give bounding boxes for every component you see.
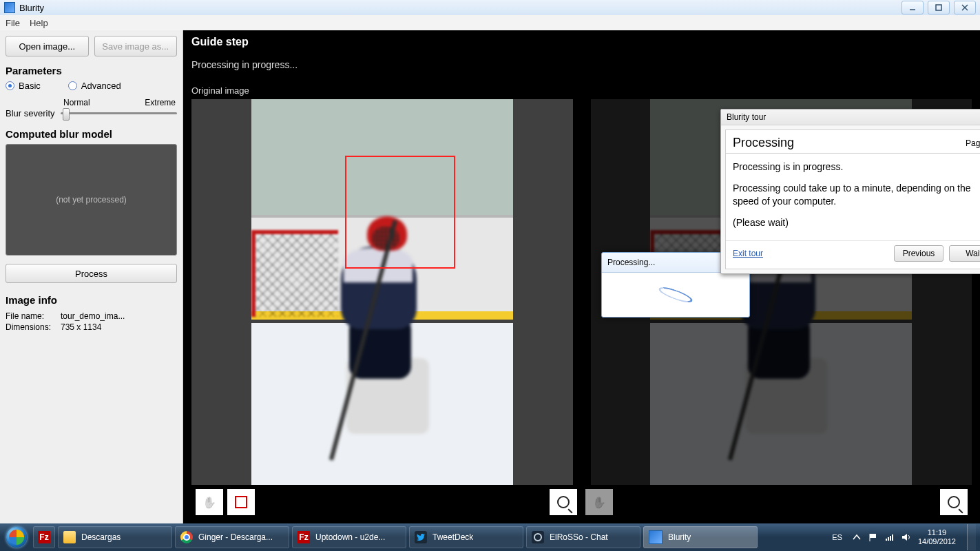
taskbar: Fz Descargas Ginger - Descarga... FzUpto…	[0, 523, 980, 551]
mode-advanced-radio[interactable]: Advanced	[68, 81, 121, 91]
filename-value: tour_demo_ima...	[61, 311, 125, 321]
filezilla-icon: Fz	[38, 531, 50, 543]
pan-tool-button[interactable]	[196, 489, 223, 515]
magnifier-icon	[948, 496, 960, 508]
filezilla-icon: Fz	[298, 531, 310, 543]
hand-icon	[202, 496, 216, 509]
input-language-indicator[interactable]: ES	[829, 532, 845, 543]
tour-previous-button[interactable]: Previous	[894, 245, 943, 262]
taskbar-item[interactable]: TweetDeck	[409, 526, 523, 548]
svg-rect-8	[890, 536, 891, 541]
svg-rect-6	[886, 539, 887, 541]
svg-marker-10	[902, 534, 907, 541]
tour-paragraph: Processing is in progress.	[733, 160, 980, 174]
window-titlebar: Blurity	[0, 0, 980, 16]
window-maximize-button[interactable]	[928, 1, 950, 14]
blur-severity-slider[interactable]	[61, 107, 177, 118]
taskbar-pinned-filezilla[interactable]: Fz	[33, 526, 55, 548]
volume-icon[interactable]	[901, 532, 911, 542]
sidebar: Open image... Save image as... Parameter…	[0, 30, 183, 523]
parameters-heading: Parameters	[6, 65, 177, 76]
window-title: Blurity	[19, 3, 44, 13]
slider-label: Blur severity	[6, 108, 55, 118]
pan-result-button[interactable]	[585, 489, 613, 515]
selection-rectangle[interactable]	[345, 156, 455, 269]
mode-basic-label: Basic	[19, 81, 41, 91]
menu-help[interactable]: Help	[30, 18, 48, 28]
show-desktop-button[interactable]	[967, 524, 976, 550]
save-image-button[interactable]: Save image as...	[94, 36, 178, 56]
windows-logo-icon	[6, 527, 27, 548]
taskbar-item[interactable]: FzUptodown - u2de...	[292, 526, 406, 548]
zoom-result-button[interactable]	[940, 489, 968, 515]
selection-icon	[235, 496, 247, 508]
svg-rect-9	[892, 534, 893, 541]
chevron-up-icon[interactable]	[852, 532, 862, 542]
start-button[interactable]	[0, 523, 33, 551]
svg-rect-4	[870, 534, 876, 538]
tweetdeck-icon	[415, 531, 427, 543]
computed-model-heading: Computed blur model	[6, 128, 177, 140]
tour-paragraph: Processing could take up to a minute, de…	[733, 182, 980, 208]
mode-basic-radio[interactable]: Basic	[6, 81, 41, 91]
original-image-pane[interactable]	[191, 99, 573, 485]
image-info-heading: Image info	[6, 294, 177, 306]
tour-page-indicator: Page 6/8	[966, 138, 980, 148]
stage: Guide step Processing in progress... Ori…	[183, 30, 980, 523]
taskbar-item[interactable]: ElRoSSo - Chat	[526, 526, 640, 548]
guide-step-subtext: Processing in progress...	[191, 59, 298, 70]
app-icon	[4, 2, 15, 13]
computed-model-box: (not yet processed)	[6, 144, 177, 256]
tour-popup: Blurity tour Processing Page 6/8 Process…	[720, 109, 980, 274]
wifi-icon[interactable]	[885, 532, 895, 542]
taskbar-item-active[interactable]: Blurity	[643, 526, 758, 548]
menubar: File Help	[0, 15, 980, 31]
select-tool-button[interactable]	[227, 489, 255, 515]
tour-heading: Processing	[733, 136, 794, 150]
guide-step-heading: Guide step	[191, 36, 249, 48]
tour-paragraph: (Please wait)	[733, 216, 980, 229]
filename-key: File name:	[6, 311, 61, 321]
dimensions-value: 735 x 1134	[61, 322, 101, 332]
menu-file[interactable]: File	[6, 18, 20, 28]
process-button[interactable]: Process	[6, 264, 177, 283]
flag-icon[interactable]	[868, 532, 878, 542]
svg-rect-7	[888, 537, 889, 541]
svg-rect-1	[936, 5, 941, 10]
slider-high-label: Extreme	[145, 98, 176, 107]
taskbar-item[interactable]: Descargas	[58, 526, 172, 548]
blurity-icon	[649, 530, 663, 544]
tour-wait-button[interactable]: Wait	[949, 245, 980, 262]
window-minimize-button[interactable]	[901, 1, 924, 14]
open-image-button[interactable]: Open image...	[6, 36, 89, 56]
tour-frame-title: Blurity tour	[721, 110, 980, 125]
steam-icon	[532, 531, 544, 543]
mode-advanced-label: Advanced	[81, 81, 121, 91]
folder-icon	[63, 531, 76, 543]
clock[interactable]: 11:19 14/09/2012	[918, 528, 956, 545]
spinner-icon	[657, 284, 694, 305]
chrome-icon	[180, 531, 193, 543]
zoom-original-button[interactable]	[550, 489, 577, 515]
dimensions-key: Dimensions:	[6, 322, 61, 332]
slider-low-label: Normal	[63, 98, 90, 107]
exit-tour-link[interactable]: Exit tour	[733, 249, 763, 258]
hand-icon	[592, 496, 606, 509]
window-close-button[interactable]	[954, 1, 976, 14]
system-tray: ES 11:19 14/09/2012	[829, 524, 980, 550]
original-image-label: Original image	[191, 85, 249, 96]
magnifier-icon	[557, 496, 570, 508]
taskbar-item[interactable]: Ginger - Descarga...	[175, 526, 289, 548]
